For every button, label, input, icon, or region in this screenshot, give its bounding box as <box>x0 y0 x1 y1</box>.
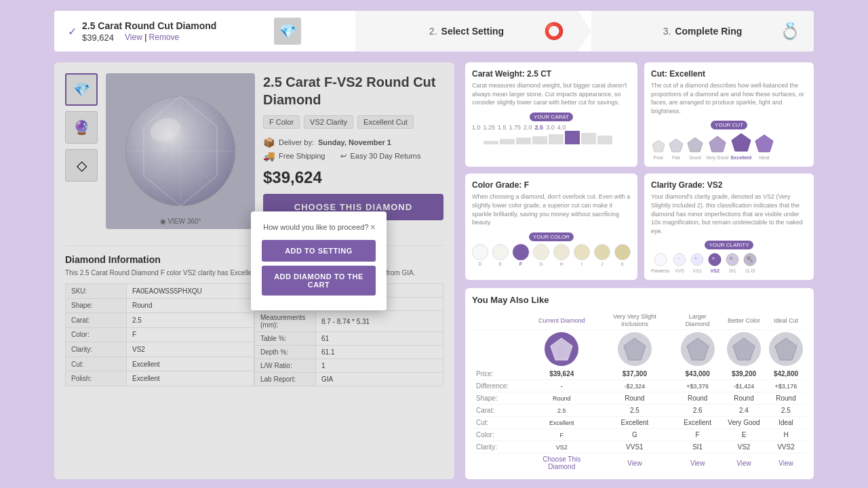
view-link-3[interactable]: View <box>690 460 705 467</box>
clarity-vvs: VVS <box>672 252 687 273</box>
proceed-popup: How would you like to proceed? × ADD TO … <box>251 211 387 310</box>
breadcrumb-step-3[interactable]: 3. Complete Ring 💍 <box>591 11 814 52</box>
view-link-2[interactable]: View <box>627 460 642 467</box>
grade-cards: Carat Weight: 2.5 CT Carat measures diam… <box>465 62 814 280</box>
svg-point-29 <box>712 257 715 260</box>
diamond-thumb-3 <box>681 332 715 366</box>
carat-current: 2.5 <box>526 405 597 417</box>
clarity-vs2: VS2 <box>707 252 722 273</box>
cut-good-label: Good <box>689 155 701 160</box>
color-K: K <box>614 244 631 266</box>
carat-5: 2.5 <box>765 405 807 417</box>
also-like-table: Current Diamond Very Very Slight Inclusi… <box>472 310 807 472</box>
arrow-2 <box>578 11 591 52</box>
color-dot-K <box>614 244 631 260</box>
step1-links[interactable]: View | Remove <box>125 33 179 42</box>
shape-5: Round <box>765 392 807 405</box>
row-label-color: Color: <box>472 429 526 441</box>
price-2: $37,300 <box>597 368 672 380</box>
color-label-H: H <box>559 262 563 266</box>
breadcrumb-bar: ✓ 2.5 Carat Round Cut Diamond $39,624 Vi… <box>54 11 814 52</box>
add-to-setting-button[interactable]: ADD TO SETTING <box>262 240 376 262</box>
diamond-img-2 <box>597 330 672 369</box>
color-H: H <box>553 244 570 266</box>
svg-point-27 <box>695 258 697 260</box>
clarity-vs2-label: VS2 <box>711 268 719 273</box>
step2-title: Select Setting <box>441 26 505 37</box>
step3-ring-icon: 💍 <box>780 22 800 41</box>
clarity-card: Clarity Grade: VS2 Your diamond's clarit… <box>644 174 814 280</box>
diamond-thumb-4 <box>727 332 761 366</box>
right-panel: Carat Weight: 2.5 CT Carat measures diam… <box>465 62 814 479</box>
also-like-title: You May Also Like <box>472 295 807 305</box>
view-link[interactable]: View <box>125 33 142 42</box>
color-dot-H <box>553 244 570 260</box>
col-header-current: Current Diamond <box>526 310 597 330</box>
action-current[interactable]: Choose This Diamond <box>526 453 597 473</box>
action-2[interactable]: View <box>597 453 672 473</box>
svg-rect-12 <box>532 136 547 144</box>
main-content: 💎 🔮 ◇ <box>54 62 814 479</box>
clarity-4: VS2 <box>723 441 765 453</box>
carat-bar-chart <box>472 131 631 144</box>
clarity-i1-label: I1-I3 <box>745 268 755 273</box>
action-4[interactable]: View <box>723 453 765 473</box>
cut-indicator: YOUR CUT <box>711 121 747 129</box>
action-3[interactable]: View <box>672 453 723 473</box>
diff-3: +$3,376 <box>672 380 723 392</box>
cut-4: Very Good <box>723 417 765 429</box>
clarity-i1: I1-I3 <box>743 252 757 273</box>
shape-row: Shape: Round Round Round Round Round <box>472 392 807 405</box>
clarity-vvs-label: VVS <box>675 268 684 273</box>
carat-2: 2.5 <box>597 405 672 417</box>
color-label-E: E <box>499 262 502 266</box>
color-dot-G <box>533 244 549 260</box>
color-current: F <box>526 429 597 441</box>
svg-marker-39 <box>733 338 755 360</box>
add-to-cart-button[interactable]: ADD DIAMOND TO THE CART <box>262 266 376 296</box>
svg-marker-20 <box>709 136 726 152</box>
cut-ideal: Ideal <box>754 134 774 160</box>
color-card: Color Grade: F When choosing a diamond, … <box>465 174 637 280</box>
price-4: $39,200 <box>723 368 765 380</box>
svg-marker-38 <box>686 338 708 360</box>
svg-rect-9 <box>484 141 498 144</box>
color-2: G <box>597 429 672 441</box>
action-row: Choose This Diamond View View View View <box>472 453 807 473</box>
remove-link[interactable]: Remove <box>149 33 180 42</box>
action-5[interactable]: View <box>765 453 807 473</box>
price-row: Price: $39,624 $37,300 $43,000 $39,200 $… <box>472 368 807 380</box>
color-visual: D E F G H <box>472 244 631 266</box>
cut-card: Cut: Excellent The cut of a diamond desc… <box>644 62 814 167</box>
cut-5: Ideal <box>765 417 807 429</box>
step1-thumbnail: 💎 <box>274 18 301 45</box>
color-dot-D <box>472 244 488 260</box>
color-label-K: K <box>621 262 625 266</box>
popup-close-button[interactable]: × <box>370 222 376 232</box>
carat-row: Carat: 2.5 2.5 2.6 2.4 2.5 <box>472 405 807 417</box>
choose-this-link[interactable]: Choose This Diamond <box>542 455 580 470</box>
view-link-5[interactable]: View <box>778 460 793 467</box>
step1-title: 2.5 Carat Round Cut Diamond <box>82 20 216 31</box>
step2-ring-icon: ⭕ <box>544 22 564 41</box>
color-desc: When choosing a diamond, don't overlook … <box>472 192 631 226</box>
color-dot-I <box>574 244 590 260</box>
cut-desc: The cut of a diamond describes how well-… <box>651 81 807 115</box>
color-I: I <box>574 244 590 266</box>
view-link-4[interactable]: View <box>736 460 751 467</box>
svg-rect-10 <box>500 139 515 144</box>
color-G: G <box>533 244 549 266</box>
shape-3: Round <box>672 392 723 405</box>
diamond-img-3 <box>672 330 723 369</box>
color-row: Color: F G F E H <box>472 429 807 441</box>
cut-ideal-label: Ideal <box>759 155 769 160</box>
svg-point-24 <box>673 253 686 266</box>
carat-visual: 1.0 1.25 1.5 1.75 2.0 2.5 3.0 4.0 <box>472 124 631 131</box>
clarity-5: VVS2 <box>765 441 807 453</box>
popup-header: How would you like to proceed? × <box>262 222 376 232</box>
carat-4: 2.4 <box>723 405 765 417</box>
svg-marker-19 <box>688 138 703 152</box>
diamond-thumb-5 <box>769 332 803 366</box>
diamond-thumb-current <box>545 332 578 366</box>
breadcrumb-step-2[interactable]: 2. Select Setting ⭕ <box>355 11 578 52</box>
